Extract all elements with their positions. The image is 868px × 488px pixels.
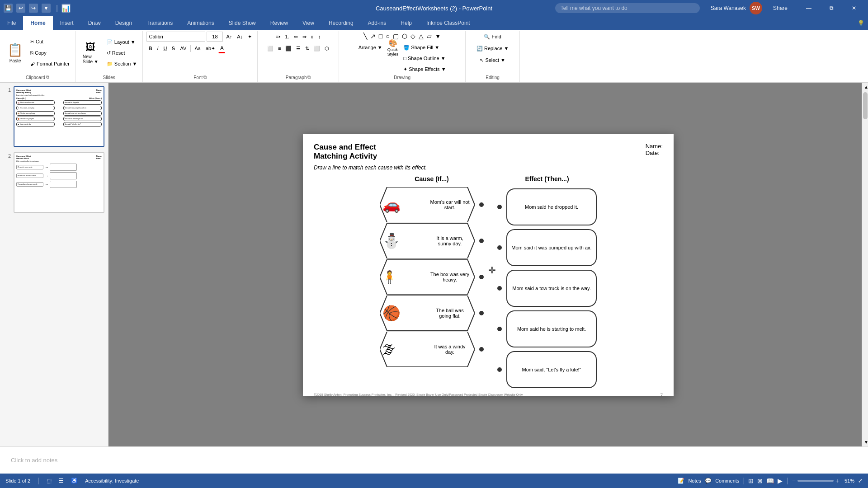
format-painter-button[interactable]: 🖌 Format Painter [28,59,71,69]
lightbulb-icon[interactable]: 💡 [858,20,864,26]
tab-addins[interactable]: Add-ins [361,16,394,30]
bold-button[interactable]: B [146,43,154,53]
align-center-button[interactable]: ≡ [276,43,283,53]
align-left-button[interactable]: ⬜ [265,43,275,53]
close-button[interactable]: ✕ [844,0,864,16]
smartart-button[interactable]: ⬡ [323,43,331,53]
tab-recording[interactable]: Recording [321,16,361,30]
font-color-button[interactable]: A [218,43,225,53]
reading-view-icon[interactable]: 📖 [766,477,774,484]
shape-diamond-icon[interactable]: ◇ [410,32,416,41]
shape-line-icon[interactable]: ╲ [363,32,368,41]
char-spacing-button[interactable]: AV [178,43,188,53]
text-dir-button[interactable]: ⇅ [303,43,311,53]
outline-view-icon[interactable]: ☰ [59,478,64,484]
arrange-button[interactable]: Arrange ▼ [357,42,384,52]
font-size-input[interactable] [207,32,223,42]
select-button[interactable]: ↖ Select ▼ [478,55,507,65]
customize-icon[interactable]: ▼ [42,4,51,13]
notes-icon[interactable]: 📝 [678,478,684,484]
shape-effects-button[interactable]: ✦ Shape Effects ▼ [401,64,448,74]
vertical-scrollbar[interactable]: ▲ ▼ [862,83,868,446]
underline-button[interactable]: U [161,43,169,53]
notes-area[interactable]: Click to add notes [0,446,868,474]
restore-button[interactable]: ⧉ [821,0,842,16]
save-icon[interactable]: 💾 [4,4,13,13]
normal-view-icon[interactable]: ⊞ [748,477,754,484]
slideshow-view-icon[interactable]: ▶ [778,477,783,484]
strikethrough-button[interactable]: S̶ [170,43,177,53]
tab-draw[interactable]: Draw [81,16,108,30]
slide-sorter-icon[interactable]: ⊠ [757,477,763,484]
clear-format-button[interactable]: ✦ [246,32,254,42]
indent-button[interactable]: ⇒ [301,32,308,42]
shape-fill-button[interactable]: 🪣 Shape Fill ▼ [401,42,448,52]
layout-button[interactable]: 📄 Layout ▼ [105,37,139,47]
slide-thumbnail-1[interactable]: 1 Cause and EffectMatching Activity Name… [4,86,104,147]
copy-button[interactable]: ⎘ Copy [28,48,71,58]
slide-view-icon[interactable]: ⬚ [47,478,52,484]
comments-icon[interactable]: 💬 [705,478,712,484]
share-button[interactable]: Share [766,5,795,11]
font-name-input[interactable] [146,32,205,42]
replace-button[interactable]: 🔄 Replace ▼ [475,43,510,53]
shape-rect-icon[interactable]: □ [378,32,383,41]
paste-button[interactable]: 📋 Paste [4,41,27,65]
align-right-button[interactable]: ⬛ [283,43,293,53]
tab-insert[interactable]: Insert [53,16,81,30]
tab-slideshow[interactable]: Slide Show [222,16,263,30]
tab-home[interactable]: Home [23,16,52,30]
fit-slide-icon[interactable]: ⤢ [858,478,863,484]
clipboard-expand-icon[interactable]: ⧉ [46,75,49,80]
find-button[interactable]: 🔍 Find [482,32,503,42]
zoom-control[interactable]: − + 51% [792,477,854,484]
line-spacing-button[interactable]: ↕ [316,32,323,42]
decrease-font-button[interactable]: A↓ [235,32,245,42]
tab-view[interactable]: View [295,16,321,30]
tab-help[interactable]: Help [393,16,419,30]
tab-design[interactable]: Design [108,16,139,30]
tab-classpoint[interactable]: Inknoe ClassPoint [419,16,477,30]
text-align-button[interactable]: ⬜ [312,43,322,53]
redo-icon[interactable]: ↪ [29,4,38,13]
tell-me-input[interactable] [555,3,700,13]
text-highlight-button[interactable]: ab✦ [204,43,217,53]
minimize-button[interactable]: — [798,0,819,16]
justify-button[interactable]: ☰ [294,43,302,53]
zoom-slider[interactable] [797,480,834,482]
shape-parallelogram-icon[interactable]: ▱ [426,32,433,41]
tab-transitions[interactable]: Transitions [139,16,180,30]
shape-triangle-icon[interactable]: △ [418,32,425,41]
outdent-button[interactable]: ⇐ [292,32,300,42]
slide-thumb-1[interactable]: Cause and EffectMatching Activity Name:D… [14,86,104,147]
section-button[interactable]: 📁 Section ▼ [105,59,139,69]
expand-shapes-icon[interactable]: ▼ [434,32,442,41]
numbering-button[interactable]: 1. [283,32,291,42]
new-slide-button[interactable]: 🖼 NewSlide ▼ [79,40,102,66]
bullets-button[interactable]: ≡• [274,32,282,42]
zoom-out-icon[interactable]: − [792,477,796,484]
zoom-in-icon[interactable]: + [835,477,839,484]
notes-label[interactable]: Notes [688,478,701,483]
cut-button[interactable]: ✂ Cut [28,37,71,47]
tab-file[interactable]: File [0,16,23,30]
scroll-down-button[interactable]: ▼ [862,438,868,446]
canvas-area[interactable]: ✛ Cause and Effect Matching Activity Nam… [108,83,868,446]
slide-thumb-2[interactable]: Cause and EffectWrite an Effect Name:Dat… [14,152,104,213]
comments-label[interactable]: Comments [715,478,739,483]
font-expand-icon[interactable]: ⧉ [203,75,207,80]
col-settings-button[interactable]: ⫾ [309,32,316,42]
scroll-thumb[interactable] [863,92,868,119]
undo-icon[interactable]: ↩ [16,4,25,13]
slide-thumbnail-2[interactable]: 2 Cause and EffectWrite an Effect Name:D… [4,152,104,213]
increase-font-button[interactable]: A↑ [224,32,234,42]
shape-outline-button[interactable]: □ Shape Outline ▼ [401,53,448,63]
shape-more-icon[interactable]: ⬡ [401,32,408,41]
tab-review[interactable]: Review [263,16,295,30]
quick-styles-button[interactable]: 🎨 QuickStyles [386,42,401,52]
reset-button[interactable]: ↺ Reset [105,48,139,58]
scroll-up-button[interactable]: ▲ [862,83,868,91]
paragraph-expand-icon[interactable]: ⧉ [307,75,311,80]
notes-placeholder[interactable]: Click to add notes [11,457,57,464]
italic-button[interactable]: I [155,43,160,53]
